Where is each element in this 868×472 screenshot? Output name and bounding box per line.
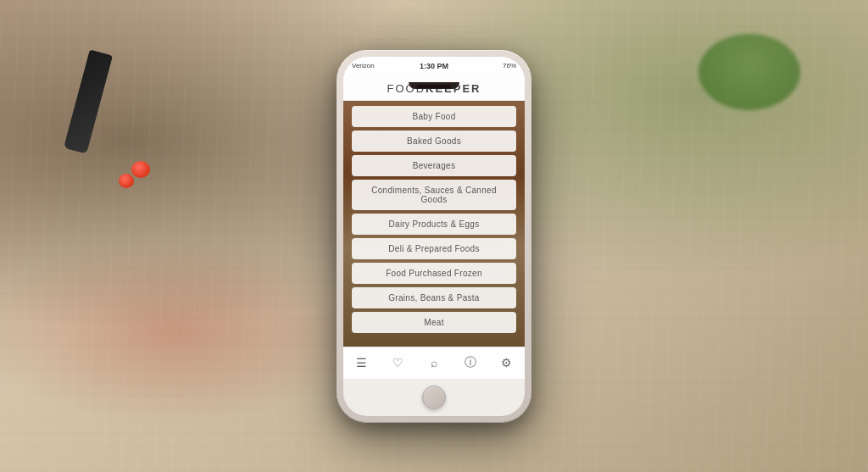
nav-menu-icon[interactable]: ☰ xyxy=(353,354,370,371)
status-bar: Verizon 1:30 PM 76% xyxy=(343,57,525,75)
tomato-decoration-1 xyxy=(131,161,150,178)
menu-item-beverages[interactable]: Beverages xyxy=(352,155,516,176)
menu-item-grains[interactable]: Grains, Beans & Pasta xyxy=(352,287,516,308)
tomato-decoration-2 xyxy=(119,174,134,188)
screen-content: Verizon 1:30 PM 76% FOODKEEPER xyxy=(343,57,525,379)
phone-speaker xyxy=(417,85,451,88)
phone-body: Verizon 1:30 PM 76% FOODKEEPER xyxy=(337,50,531,423)
menu-item-dairy[interactable]: Dairy Products & Eggs xyxy=(352,214,516,235)
menu-item-baked-goods[interactable]: Baked Goods xyxy=(352,130,516,152)
carrier-label: Verizon xyxy=(352,62,375,69)
bottom-nav: ☰ ♡ ⌕ ⓘ ⚙ xyxy=(343,347,525,379)
nav-search-icon[interactable]: ⌕ xyxy=(426,354,442,371)
nav-info-icon[interactable]: ⓘ xyxy=(462,354,479,371)
menu-item-meat[interactable]: Meat xyxy=(352,312,516,333)
menu-list: Baby Food Baked Goods Beverages Condimen… xyxy=(343,101,525,338)
time-label: 1:30 PM xyxy=(420,62,448,70)
home-button[interactable] xyxy=(422,386,446,409)
menu-item-frozen[interactable]: Food Purchased Frozen xyxy=(352,263,516,284)
app-content: Baby Food Baked Goods Beverages Condimen… xyxy=(343,101,525,347)
menu-item-deli[interactable]: Deli & Prepared Foods xyxy=(352,238,516,259)
battery-label: 76% xyxy=(503,62,516,69)
phone-camera xyxy=(453,84,457,88)
herb-bowl-decoration xyxy=(698,34,800,110)
nav-settings-icon[interactable]: ⚙ xyxy=(498,354,515,371)
status-right: 76% xyxy=(503,62,516,69)
nav-heart-icon[interactable]: ♡ xyxy=(389,354,406,371)
phone-screen: Verizon 1:30 PM 76% FOODKEEPER xyxy=(343,57,525,416)
phone: Verizon 1:30 PM 76% FOODKEEPER xyxy=(337,50,531,423)
menu-item-condiments[interactable]: Condiments, Sauces & Canned Goods xyxy=(352,180,516,210)
menu-item-baby-food[interactable]: Baby Food xyxy=(352,106,516,127)
